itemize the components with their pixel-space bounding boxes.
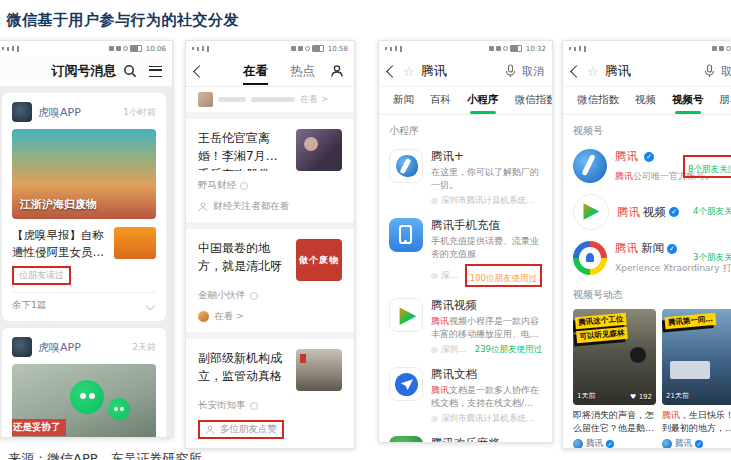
timestamp: 1小时前 bbox=[123, 106, 156, 119]
feed-card[interactable]: 虎嗅APP 1小时前 江浙沪海归废物 【虎嗅早报】自称遭性侵阿里女员工被起诉名誉… bbox=[2, 93, 166, 321]
hamburger-menu-icon[interactable] bbox=[149, 66, 162, 77]
social-proof-label: 财经关注者都在看 bbox=[213, 200, 289, 213]
account-name[interactable]: 虎嗅APP bbox=[38, 340, 126, 355]
channel-name[interactable]: 腾讯 bbox=[675, 438, 692, 449]
channel-video-card[interactable]: 腾讯这个工位可以听见森林 1天前 192 即将消失的声音，怎么留住它？他是鹅厂源… bbox=[573, 309, 656, 449]
status-icon bbox=[116, 46, 121, 51]
miniprogram-item[interactable]: 腾讯+ 在这里，你可以了解鹅厂的一切。 ◎深圳市腾讯计算机系统有限公司 bbox=[389, 149, 542, 207]
miniprogram-name[interactable]: 腾讯+ bbox=[431, 149, 464, 164]
tencent-news-avatar bbox=[573, 241, 607, 275]
tab-miniprogram[interactable]: 小程序 bbox=[459, 93, 507, 114]
article-item[interactable]: 副部级新机构成立，监管动真格 长安街知事 多位朋友点赞 bbox=[186, 339, 354, 448]
account-badge-icon bbox=[250, 402, 258, 410]
video-thumbnail[interactable]: 腾讯这个工位可以听见森林 1天前 192 bbox=[573, 309, 656, 405]
tab-channels[interactable]: 视频号 bbox=[664, 93, 712, 114]
video-thumbnail[interactable]: 腾讯第一间… 21天前 bbox=[662, 309, 731, 405]
avatar[interactable] bbox=[12, 337, 32, 357]
account-name[interactable]: 虎嗅APP bbox=[38, 105, 117, 120]
mic-icon[interactable] bbox=[704, 64, 715, 78]
search-input[interactable]: 腾讯 bbox=[605, 62, 698, 80]
article-thumbnail[interactable] bbox=[296, 129, 342, 171]
miniprogram-item[interactable]: 腾讯视频 腾讯视频小程序是一款内容丰富的移动播放应用、电视剧、综艺、电影大片等…… bbox=[389, 298, 542, 356]
star-icon[interactable]: ☆ bbox=[587, 65, 599, 78]
miniprogram-name[interactable]: 腾讯欢乐麻将 bbox=[431, 436, 500, 443]
tab-zaikan[interactable]: 在看 bbox=[243, 58, 268, 85]
search-input[interactable]: 腾讯 bbox=[421, 62, 499, 80]
tab-news[interactable]: 新闻 bbox=[385, 93, 422, 114]
miniprogram-item[interactable]: 麻将 腾讯欢乐麻将 5亿人都爱玩的免费麻将游戏，玩法：血流成河、血战到底、广东麻… bbox=[389, 436, 542, 443]
tencent-video-icon bbox=[389, 298, 423, 332]
search-result-tabs: 新闻 百科 小程序 微信指数 视频 bbox=[379, 87, 552, 115]
alibaba-logo-thumbnail[interactable] bbox=[114, 227, 156, 259]
miniprogram-name[interactable]: 腾讯手机充值 bbox=[431, 218, 500, 233]
back-icon[interactable] bbox=[386, 65, 399, 78]
social-proof-label: 多位朋友点赞 bbox=[220, 423, 277, 436]
feed-card[interactable]: 虎嗅APP 2天前 还是妥协了 补贴养肥了谁 位朋友读过 bbox=[2, 328, 166, 438]
tab-video[interactable]: 视频 bbox=[627, 93, 664, 114]
article-title[interactable]: 【虎嗅早报】自称遭性侵阿里女员工被起诉名誉侵权，原告系原阿里集团… bbox=[12, 227, 106, 260]
source-account[interactable]: 野马财经 bbox=[198, 179, 236, 192]
friends-follow-label: 3个朋友关注 bbox=[693, 252, 731, 264]
channel-account-item[interactable]: 腾讯✓ 腾讯公司唯一官方帐号。 8个朋友关注 bbox=[573, 149, 731, 183]
article-item[interactable]: 中国最卷的地方，就是清北呀 做个废物 金融小伙伴 在看 > bbox=[186, 229, 354, 332]
miniprogram-name[interactable]: 腾讯视频 bbox=[431, 298, 477, 313]
article-cover-image[interactable]: 还是妥协了 bbox=[12, 364, 156, 438]
phone-screenshot-miniprogram-search: 10:32 ☆ 腾讯 取消 新闻 百科 小程序 微信指数 视频 小程序 腾讯+ … bbox=[378, 40, 553, 443]
tab-wechat-index[interactable]: 微信指数 bbox=[507, 93, 554, 114]
status-bar: 10:32 bbox=[379, 41, 552, 56]
avatar[interactable] bbox=[12, 102, 32, 122]
article-thumbnail bbox=[198, 92, 213, 107]
article-title[interactable]: 中国最卷的地方，就是清北呀 bbox=[198, 239, 288, 281]
mic-icon[interactable] bbox=[505, 64, 516, 78]
article-title[interactable]: 王岳伦官宣离婚！李湘7月接手乐友欢股份，本月注销公司 bbox=[198, 129, 288, 171]
channel-name[interactable]: 腾讯 bbox=[586, 438, 603, 449]
article-item[interactable]: 王岳伦官宣离婚！李湘7月接手乐友欢股份，本月注销公司 野马财经 财经关注者都在看 bbox=[186, 119, 354, 222]
search-result-tabs: 微信指数 视频 视频号 朋友圈 bbox=[563, 87, 731, 115]
back-icon[interactable] bbox=[570, 65, 583, 78]
company-badge-icon: ◎ bbox=[431, 197, 438, 205]
source-account[interactable]: 长安街知事 bbox=[198, 399, 246, 412]
status-icon bbox=[719, 46, 724, 51]
signal-icon bbox=[2, 46, 20, 52]
tab-wiki[interactable]: 百科 bbox=[422, 93, 459, 114]
tab-moments[interactable]: 朋友圈 bbox=[712, 93, 731, 114]
star-icon[interactable]: ☆ bbox=[403, 65, 415, 78]
channel-account-item[interactable]: 腾讯视频✓ 4个朋友关注 bbox=[573, 194, 731, 230]
channel-desc: Xperience Xtraordinary 打开眼界 bbox=[615, 263, 731, 273]
search-icon[interactable] bbox=[123, 64, 137, 78]
miniprogram-item[interactable]: 腾讯手机充值 手机充值提供话费、流量业务的充值服 ◎深圳市腾讯计算机系统有…10… bbox=[389, 218, 542, 287]
zaikan-more-label[interactable]: 在看 > bbox=[214, 310, 244, 323]
remaining-articles-link[interactable]: 余下1篇 bbox=[12, 299, 147, 312]
article-title[interactable]: 副部级新机构成立，监管动真格 bbox=[198, 349, 288, 391]
chevron-down-icon[interactable] bbox=[146, 301, 156, 311]
miniprogram-name[interactable]: 腾讯文档 bbox=[431, 367, 477, 382]
signal-icon bbox=[385, 46, 403, 52]
channel-account-item[interactable]: 腾讯新闻✓ Xperience Xtraordinary 打开眼界 3个朋友关注 bbox=[573, 241, 731, 275]
cancel-button[interactable]: 取消 bbox=[522, 64, 544, 79]
channel-video-card[interactable]: 腾讯第一间… 21天前 腾讯，生日快乐！回到最初的地方，… 腾讯✓ 8位朋友关注 bbox=[662, 309, 731, 449]
company-name: 深圳市腾讯计算机系统有… bbox=[441, 344, 472, 356]
search-bar: ☆ 腾讯 取消 bbox=[379, 56, 552, 87]
miniprogram-item[interactable]: 腾讯文档 腾讯文档是一款多人协作在线文档，支持在线文档/表格/幻灯片/PDF/收… bbox=[389, 367, 542, 425]
article-thumbnail[interactable] bbox=[296, 349, 342, 391]
video-age: 1天前 bbox=[577, 391, 595, 401]
profile-icon[interactable] bbox=[330, 64, 344, 78]
signal-icon bbox=[569, 46, 587, 52]
tab-wechat-index[interactable]: 微信指数 bbox=[569, 93, 627, 114]
source-account[interactable]: 金融小伙伴 bbox=[198, 289, 246, 302]
zaikan-more-label[interactable]: 在看 > bbox=[300, 93, 328, 106]
nav-bar: 在看 热点 bbox=[186, 56, 354, 87]
channel-name[interactable]: 腾讯 bbox=[615, 241, 638, 256]
previous-article-footer[interactable]: 在看 > bbox=[186, 87, 354, 112]
cancel-button[interactable]: 取消 bbox=[721, 64, 731, 79]
battery-icon bbox=[312, 45, 324, 52]
mahjong-game-icon: 麻将 bbox=[389, 436, 423, 443]
status-icon bbox=[726, 46, 731, 51]
article-thumbnail[interactable]: 做个废物 bbox=[296, 239, 342, 281]
channel-name[interactable]: 腾讯 bbox=[617, 205, 640, 220]
article-cover-image[interactable]: 江浙沪海归废物 bbox=[12, 129, 156, 219]
channel-name[interactable]: 腾讯 bbox=[615, 149, 638, 164]
tab-hotspot[interactable]: 热点 bbox=[290, 58, 315, 85]
video-caption[interactable]: 即将消失的声音，怎么留住它？他是鹅厂源… bbox=[573, 409, 656, 434]
friend-avatar bbox=[198, 311, 209, 322]
